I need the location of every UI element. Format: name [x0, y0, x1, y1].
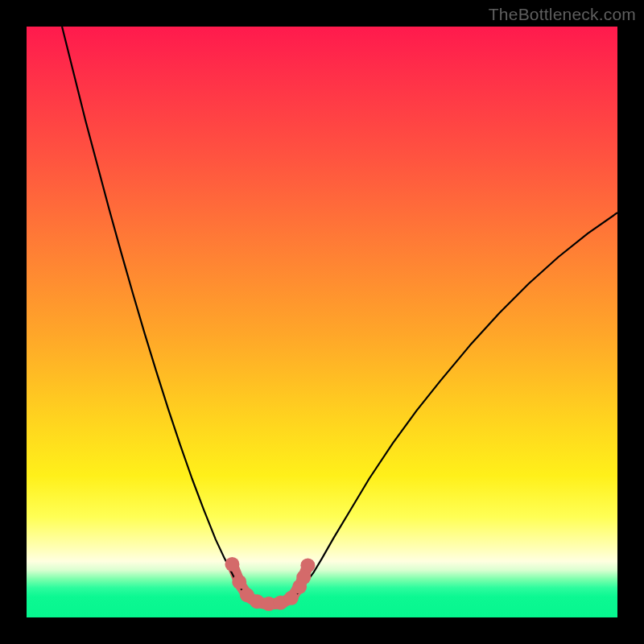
series-right-branch — [294, 213, 617, 597]
chart-frame: TheBottleneck.com — [0, 0, 644, 644]
plot-area — [27, 27, 617, 617]
trough-marker — [296, 570, 311, 584]
trough-marker — [225, 557, 239, 572]
watermark-text: TheBottleneck.com — [489, 5, 636, 24]
curve-layer — [27, 27, 617, 617]
trough-marker — [232, 575, 246, 589]
series-left-branch — [62, 27, 250, 597]
